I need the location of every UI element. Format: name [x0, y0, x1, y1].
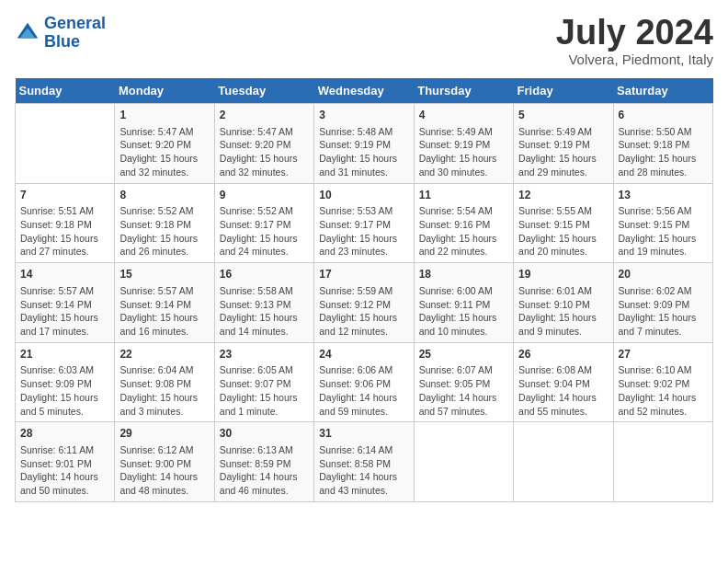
cell-content: Sunrise: 6:14 AM Sunset: 8:58 PM Dayligh… — [319, 443, 408, 498]
cell-content: Sunrise: 5:56 AM Sunset: 9:15 PM Dayligh… — [619, 204, 708, 259]
calendar-cell: 20Sunrise: 6:02 AM Sunset: 9:09 PM Dayli… — [613, 263, 712, 343]
logo-text: General Blue — [44, 15, 106, 52]
calendar-table: SundayMondayTuesdayWednesdayThursdayFrid… — [15, 78, 713, 502]
day-number: 6 — [619, 108, 708, 123]
calendar-cell: 14Sunrise: 5:57 AM Sunset: 9:14 PM Dayli… — [16, 263, 115, 343]
calendar-cell: 22Sunrise: 6:04 AM Sunset: 9:08 PM Dayli… — [115, 342, 214, 422]
calendar-cell: 18Sunrise: 6:00 AM Sunset: 9:11 PM Dayli… — [414, 263, 513, 343]
cell-content: Sunrise: 6:01 AM Sunset: 9:10 PM Dayligh… — [518, 284, 608, 339]
cell-content: Sunrise: 6:11 AM Sunset: 9:01 PM Dayligh… — [20, 443, 109, 498]
cell-content: Sunrise: 6:12 AM Sunset: 9:00 PM Dayligh… — [119, 443, 209, 498]
calendar-body: 1Sunrise: 5:47 AM Sunset: 9:20 PM Daylig… — [16, 104, 713, 502]
calendar-cell: 15Sunrise: 5:57 AM Sunset: 9:14 PM Dayli… — [115, 263, 214, 343]
calendar-cell: 27Sunrise: 6:10 AM Sunset: 9:02 PM Dayli… — [613, 342, 712, 422]
calendar-cell: 7Sunrise: 5:51 AM Sunset: 9:18 PM Daylig… — [16, 183, 115, 263]
calendar-cell — [16, 104, 115, 184]
day-number: 31 — [319, 426, 408, 442]
calendar-cell: 13Sunrise: 5:56 AM Sunset: 9:15 PM Dayli… — [613, 183, 712, 263]
day-number: 13 — [619, 188, 708, 203]
day-number: 27 — [619, 347, 708, 362]
week-row-3: 14Sunrise: 5:57 AM Sunset: 9:14 PM Dayli… — [16, 263, 713, 343]
cell-content: Sunrise: 5:47 AM Sunset: 9:20 PM Dayligh… — [119, 125, 209, 179]
day-number: 10 — [319, 188, 408, 203]
logo: General Blue — [15, 15, 106, 52]
day-number: 9 — [220, 188, 309, 203]
calendar-cell: 24Sunrise: 6:06 AM Sunset: 9:06 PM Dayli… — [314, 342, 414, 422]
cell-content: Sunrise: 6:02 AM Sunset: 9:09 PM Dayligh… — [619, 284, 708, 339]
calendar-cell: 9Sunrise: 5:52 AM Sunset: 9:17 PM Daylig… — [214, 183, 313, 263]
day-number: 21 — [20, 347, 109, 362]
day-number: 26 — [518, 347, 608, 362]
weekday-header-saturday: Saturday — [613, 78, 712, 104]
calendar-cell: 29Sunrise: 6:12 AM Sunset: 9:00 PM Dayli… — [115, 422, 214, 502]
cell-content: Sunrise: 5:59 AM Sunset: 9:12 PM Dayligh… — [319, 284, 408, 339]
location: Volvera, Piedmont, Italy — [556, 52, 713, 67]
day-number: 15 — [119, 267, 209, 282]
weekday-header-tuesday: Tuesday — [214, 78, 313, 104]
cell-content: Sunrise: 5:58 AM Sunset: 9:13 PM Dayligh… — [220, 284, 309, 339]
day-number: 24 — [319, 347, 408, 362]
day-number: 18 — [419, 267, 508, 282]
month-year: July 2024 — [556, 15, 713, 50]
cell-content: Sunrise: 6:10 AM Sunset: 9:02 PM Dayligh… — [619, 363, 708, 418]
logo-icon — [15, 20, 40, 46]
week-row-1: 1Sunrise: 5:47 AM Sunset: 9:20 PM Daylig… — [16, 104, 713, 184]
day-number: 16 — [220, 267, 309, 282]
calendar-cell: 19Sunrise: 6:01 AM Sunset: 9:10 PM Dayli… — [514, 263, 613, 343]
cell-content: Sunrise: 5:54 AM Sunset: 9:16 PM Dayligh… — [419, 204, 508, 259]
day-number: 28 — [20, 426, 109, 442]
weekday-header-wednesday: Wednesday — [314, 78, 414, 104]
calendar-cell: 23Sunrise: 6:05 AM Sunset: 9:07 PM Dayli… — [214, 342, 313, 422]
cell-content: Sunrise: 6:00 AM Sunset: 9:11 PM Dayligh… — [419, 284, 508, 339]
day-number: 25 — [419, 347, 508, 362]
day-number: 1 — [119, 108, 209, 123]
calendar-cell: 26Sunrise: 6:08 AM Sunset: 9:04 PM Dayli… — [514, 342, 613, 422]
cell-content: Sunrise: 5:50 AM Sunset: 9:18 PM Dayligh… — [619, 125, 708, 179]
calendar-cell: 21Sunrise: 6:03 AM Sunset: 9:09 PM Dayli… — [16, 342, 115, 422]
cell-content: Sunrise: 5:57 AM Sunset: 9:14 PM Dayligh… — [20, 284, 109, 339]
cell-content: Sunrise: 6:04 AM Sunset: 9:08 PM Dayligh… — [119, 363, 209, 418]
day-number: 11 — [419, 188, 508, 203]
day-number: 4 — [419, 108, 508, 123]
cell-content: Sunrise: 5:57 AM Sunset: 9:14 PM Dayligh… — [119, 284, 209, 339]
day-number: 20 — [619, 267, 708, 282]
calendar-cell: 6Sunrise: 5:50 AM Sunset: 9:18 PM Daylig… — [613, 104, 712, 184]
cell-content: Sunrise: 5:53 AM Sunset: 9:17 PM Dayligh… — [319, 204, 408, 259]
day-number: 8 — [119, 188, 209, 203]
calendar-cell: 4Sunrise: 5:49 AM Sunset: 9:19 PM Daylig… — [414, 104, 513, 184]
calendar-cell: 12Sunrise: 5:55 AM Sunset: 9:15 PM Dayli… — [514, 183, 613, 263]
calendar-cell: 5Sunrise: 5:49 AM Sunset: 9:19 PM Daylig… — [514, 104, 613, 184]
cell-content: Sunrise: 6:03 AM Sunset: 9:09 PM Dayligh… — [20, 363, 109, 418]
title-block: July 2024 Volvera, Piedmont, Italy — [556, 15, 713, 67]
day-number: 5 — [518, 108, 608, 123]
calendar-cell: 28Sunrise: 6:11 AM Sunset: 9:01 PM Dayli… — [16, 422, 115, 502]
calendar-cell: 1Sunrise: 5:47 AM Sunset: 9:20 PM Daylig… — [115, 104, 214, 184]
calendar-cell: 16Sunrise: 5:58 AM Sunset: 9:13 PM Dayli… — [214, 263, 313, 343]
calendar-cell: 11Sunrise: 5:54 AM Sunset: 9:16 PM Dayli… — [414, 183, 513, 263]
weekday-header-thursday: Thursday — [414, 78, 513, 104]
calendar-cell: 8Sunrise: 5:52 AM Sunset: 9:18 PM Daylig… — [115, 183, 214, 263]
cell-content: Sunrise: 5:52 AM Sunset: 9:17 PM Dayligh… — [220, 204, 309, 259]
cell-content: Sunrise: 6:08 AM Sunset: 9:04 PM Dayligh… — [518, 363, 608, 418]
calendar-cell — [613, 422, 712, 502]
cell-content: Sunrise: 5:55 AM Sunset: 9:15 PM Dayligh… — [518, 204, 608, 259]
calendar-cell — [514, 422, 613, 502]
cell-content: Sunrise: 5:48 AM Sunset: 9:19 PM Dayligh… — [319, 125, 408, 179]
cell-content: Sunrise: 5:47 AM Sunset: 9:20 PM Dayligh… — [220, 125, 309, 179]
calendar-cell: 3Sunrise: 5:48 AM Sunset: 9:19 PM Daylig… — [314, 104, 414, 184]
cell-content: Sunrise: 6:13 AM Sunset: 8:59 PM Dayligh… — [220, 443, 309, 498]
cell-content: Sunrise: 5:51 AM Sunset: 9:18 PM Dayligh… — [20, 204, 109, 259]
day-number: 22 — [119, 347, 209, 362]
day-number: 3 — [319, 108, 408, 123]
day-number: 7 — [20, 188, 109, 203]
day-number: 17 — [319, 267, 408, 282]
calendar-cell: 10Sunrise: 5:53 AM Sunset: 9:17 PM Dayli… — [314, 183, 414, 263]
calendar-header: SundayMondayTuesdayWednesdayThursdayFrid… — [16, 78, 713, 104]
day-number: 23 — [220, 347, 309, 362]
cell-content: Sunrise: 5:49 AM Sunset: 9:19 PM Dayligh… — [518, 125, 608, 179]
page-header: General Blue July 2024 Volvera, Piedmont… — [15, 15, 713, 67]
calendar-cell — [414, 422, 513, 502]
week-row-4: 21Sunrise: 6:03 AM Sunset: 9:09 PM Dayli… — [16, 342, 713, 422]
day-number: 12 — [518, 188, 608, 203]
weekday-header-row: SundayMondayTuesdayWednesdayThursdayFrid… — [16, 78, 713, 104]
